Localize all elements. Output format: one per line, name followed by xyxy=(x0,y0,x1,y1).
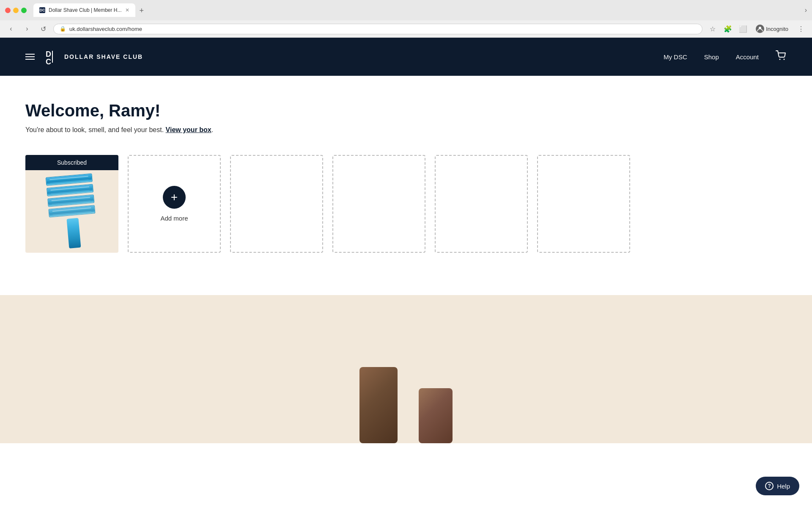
sidebar-button[interactable]: ⬜ xyxy=(737,23,749,35)
product-cylinder-tall xyxy=(359,367,398,443)
help-button[interactable]: ? Help xyxy=(756,477,799,495)
empty-card-3 xyxy=(435,155,528,253)
main-nav: My DSC Shop Account xyxy=(664,50,787,63)
reload-button[interactable]: ↺ xyxy=(37,23,49,35)
razor-product-image xyxy=(46,173,99,250)
add-more-button[interactable]: + xyxy=(163,186,186,209)
svg-point-5 xyxy=(784,59,785,60)
tab-favicon: DC xyxy=(39,7,45,13)
forward-button[interactable]: › xyxy=(21,23,33,35)
view-box-link[interactable]: View your box xyxy=(166,126,211,133)
cart-button[interactable] xyxy=(776,50,787,63)
back-button[interactable]: ‹ xyxy=(5,23,17,35)
profile-icon xyxy=(756,25,764,33)
welcome-heading: Welcome, Ramy! xyxy=(25,101,787,120)
minimize-window-button[interactable] xyxy=(13,8,19,13)
fullscreen-window-button[interactable] xyxy=(21,8,27,13)
logo-svg: D C xyxy=(45,47,60,66)
profile-button[interactable]: Incognito xyxy=(752,23,792,35)
nav-my-dsc[interactable]: My DSC xyxy=(664,53,687,61)
bottom-banner xyxy=(0,295,812,443)
browser-chrome: DC Dollar Shave Club | Member H... ✕ + ›… xyxy=(0,0,812,38)
bookmark-button[interactable]: ☆ xyxy=(707,23,719,35)
menu-button[interactable]: ⋮ xyxy=(795,23,807,35)
active-tab[interactable]: DC Dollar Shave Club | Member H... ✕ xyxy=(33,3,135,17)
svg-text:D: D xyxy=(46,50,51,58)
welcome-sub-text: You're about to look, smell, and feel yo… xyxy=(25,126,164,133)
main-content: Welcome, Ramy! You're about to look, sme… xyxy=(0,76,812,270)
empty-card-4 xyxy=(537,155,630,253)
chevron-icon: › xyxy=(805,6,807,14)
empty-card-1 xyxy=(230,155,323,253)
close-window-button[interactable] xyxy=(5,8,11,13)
browser-toolbar: ‹ › ↺ 🔒 uk.dollarshaveclub.com/home ☆ 🧩 … xyxy=(0,20,812,38)
browser-tabs: DC Dollar Shave Club | Member H... ✕ + xyxy=(33,3,147,17)
nav-shop[interactable]: Shop xyxy=(704,53,719,61)
incognito-label: Incognito xyxy=(766,26,788,32)
logo-text: DOLLAR SHAVE CLUB xyxy=(64,53,143,60)
nav-account[interactable]: Account xyxy=(736,53,759,61)
address-bar[interactable]: 🔒 uk.dollarshaveclub.com/home xyxy=(53,24,702,34)
new-tab-button[interactable]: + xyxy=(136,5,148,17)
hamburger-menu-button[interactable] xyxy=(25,54,35,60)
add-more-card[interactable]: + Add more xyxy=(128,155,221,253)
subscribed-card: Subscribed xyxy=(25,155,118,253)
svg-text:C: C xyxy=(46,58,51,66)
help-icon: ? xyxy=(765,482,774,490)
browser-titlebar: DC Dollar Shave Club | Member H... ✕ + › xyxy=(0,0,812,20)
extensions-button[interactable]: 🧩 xyxy=(722,23,734,35)
logo-link[interactable]: D C DOLLAR SHAVE CLUB xyxy=(45,47,143,66)
product-cards-row: Subscribed + Add more xyxy=(25,155,787,253)
browser-action-buttons: ☆ 🧩 ⬜ Incognito ⋮ xyxy=(707,23,807,35)
product-cylinder-short xyxy=(419,388,453,443)
site-header: D C DOLLAR SHAVE CLUB My DSC Shop Accoun… xyxy=(0,38,812,76)
url-text: uk.dollarshaveclub.com/home xyxy=(69,26,696,32)
window-controls xyxy=(5,8,27,13)
tab-close-button[interactable]: ✕ xyxy=(125,7,129,13)
add-more-label: Add more xyxy=(160,215,188,222)
welcome-subtext: You're about to look, smell, and feel yo… xyxy=(25,126,787,134)
banner-products xyxy=(359,367,453,443)
window-right-control: › xyxy=(805,6,807,14)
subscribed-badge: Subscribed xyxy=(25,155,118,170)
svg-point-4 xyxy=(779,59,781,60)
empty-card-2 xyxy=(332,155,425,253)
subscribed-card-body[interactable] xyxy=(25,170,118,253)
lock-icon: 🔒 xyxy=(60,26,66,32)
tab-title: Dollar Shave Club | Member H... xyxy=(49,7,122,13)
help-label: Help xyxy=(777,483,790,490)
